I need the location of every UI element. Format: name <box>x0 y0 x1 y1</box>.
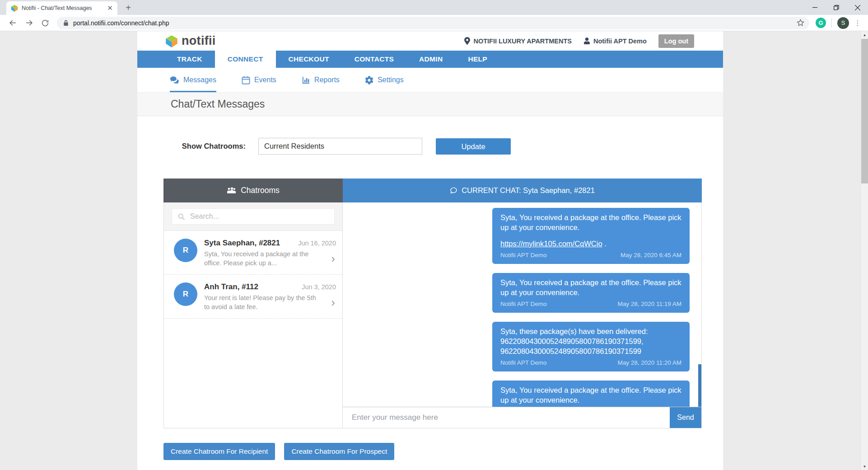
avatar-initial: R <box>183 246 188 255</box>
address-bar[interactable]: portal.notifii.com/connect/chat.php <box>57 17 809 29</box>
main-navigation: TRACK CONNECT CHECKOUT CONTACTS ADMIN HE… <box>137 51 723 68</box>
site-header: notifii NOTIFII LUXURY APARTMENTS <box>137 31 723 51</box>
chatroom-date: Jun 3, 2020 <box>302 283 336 291</box>
chatroom-date: Jun 16, 2020 <box>298 240 336 247</box>
application-window: Notifii - Chat/Text Messages ✕ + <box>0 0 868 470</box>
update-button[interactable]: Update <box>436 138 511 155</box>
tab-close-icon[interactable]: ✕ <box>106 5 114 12</box>
back-icon <box>9 19 17 27</box>
chatroom-search-box[interactable] <box>172 208 335 225</box>
calendar-icon <box>242 76 250 85</box>
create-chatroom-recipient-button[interactable]: Create Chatroom For Recipient <box>163 443 275 460</box>
avatar-initial: R <box>183 290 188 299</box>
page-title: Chat/Text Messages <box>171 98 265 110</box>
location-label: NOTIFII LUXURY APARTMENTS <box>473 38 572 45</box>
message-time: May 28, 2020 6:45 AM <box>621 250 681 260</box>
chatrooms-panel-body: R Syta Saephan, #2821 Jun 16, 2020 Syta,… <box>163 202 343 428</box>
user-menu[interactable]: Notifii APT Demo <box>583 38 647 45</box>
subnav-item-reports[interactable]: Reports <box>302 68 340 92</box>
avatar: R <box>174 239 197 262</box>
browser-tab[interactable]: Notifii - Chat/Text Messages ✕ <box>6 1 117 15</box>
chatroom-filter-row: Show Chatrooms: Update <box>137 138 723 155</box>
close-window-button[interactable] <box>847 0 868 15</box>
chevron-right-icon[interactable]: › <box>331 296 335 308</box>
nav-item-connect[interactable]: CONNECT <box>215 51 276 68</box>
current-chat-panel: CURRENT CHAT: Syta Saephan, #2821 Syta, … <box>343 179 702 428</box>
messages-icon <box>170 76 179 84</box>
toolbar-divider <box>831 19 832 28</box>
subnav-item-events[interactable]: Events <box>242 68 276 92</box>
subnav-events-label: Events <box>254 76 276 84</box>
nav-item-checkout[interactable]: CHECKOUT <box>276 51 342 68</box>
reload-button[interactable] <box>38 16 52 30</box>
new-tab-button[interactable]: + <box>122 1 135 14</box>
notifii-logo[interactable]: notifii <box>165 34 216 48</box>
subnav-reports-label: Reports <box>314 76 340 84</box>
chatroom-name: Syta Saephan, #2821 <box>204 239 280 248</box>
location-pin-icon <box>464 37 470 45</box>
message-sender: Notifii APT Demo <box>500 358 547 368</box>
user-icon <box>583 38 590 44</box>
scrollbar-up-arrow[interactable]: ▲ <box>861 31 868 38</box>
forward-button[interactable] <box>22 16 36 30</box>
message-sender: Notifii APT Demo <box>500 250 547 260</box>
chatroom-search-input[interactable] <box>190 212 329 221</box>
message-input[interactable] <box>343 407 670 428</box>
minimize-icon <box>812 5 817 10</box>
user-label: Notifii APT Demo <box>593 38 647 45</box>
create-chatroom-prospect-button[interactable]: Create Chatroom For Prospect <box>284 443 394 460</box>
browser-menu-button[interactable]: ⋮ <box>852 17 863 29</box>
current-chat-header: CURRENT CHAT: Syta Saephan, #2821 <box>343 179 702 202</box>
chat-message-bubble: Syta, You received a package at the offi… <box>492 273 690 313</box>
message-text: Syta, You received a package at the offi… <box>500 212 681 232</box>
window-controls <box>804 0 868 15</box>
nav-item-help[interactable]: HELP <box>455 51 500 68</box>
send-button[interactable]: Send <box>670 407 701 428</box>
chat-message-bubble: Syta, these package(s) have been deliver… <box>492 322 690 371</box>
tab-title: Notifii - Chat/Text Messages <box>22 5 106 11</box>
logout-button[interactable]: Log out <box>658 34 694 48</box>
minimize-button[interactable] <box>804 0 826 15</box>
subnav-messages-label: Messages <box>183 76 216 84</box>
url-text: portal.notifii.com/connect/chat.php <box>73 19 169 27</box>
location-selector[interactable]: NOTIFII LUXURY APARTMENTS <box>464 37 572 45</box>
lock-icon <box>63 19 69 26</box>
chatroom-item-main: Syta Saephan, #2821 Jun 16, 2020 Syta, Y… <box>204 239 336 268</box>
notifii-favicon-icon <box>11 5 18 12</box>
message-link-row: https://mylink105.com/CqWCio . <box>500 239 681 249</box>
close-icon <box>855 5 860 10</box>
site-content: notifii NOTIFII LUXURY APARTMENTS <box>137 31 723 470</box>
subnav-item-settings[interactable]: Settings <box>365 68 404 92</box>
header-right-group: NOTIFII LUXURY APARTMENTS Notifii APT De… <box>464 34 694 48</box>
search-icon <box>177 213 185 221</box>
message-link-suffix: . <box>604 240 607 248</box>
grammarly-extension-button[interactable]: G <box>816 18 826 28</box>
browser-profile-avatar[interactable]: S <box>837 17 849 29</box>
scrollbar-thumb[interactable] <box>861 39 868 183</box>
message-time: May 28, 2020 11:19 AM <box>617 299 681 309</box>
chatrooms-panel-header: Chatrooms <box>163 179 343 202</box>
nav-item-track[interactable]: TRACK <box>164 51 215 68</box>
create-chatroom-buttons: Create Chatroom For Recipient Create Cha… <box>163 443 394 460</box>
chatroom-list-item[interactable]: R Anh Tran, #112 Jun 3, 2020 Your rent i… <box>164 275 342 319</box>
restore-button[interactable] <box>826 0 847 15</box>
page-scrollbar[interactable]: ▲ ▼ <box>860 31 868 470</box>
message-time: May 28, 2020 11:20 AM <box>617 358 681 368</box>
scrollbar-down-arrow[interactable]: ▼ <box>861 463 868 470</box>
chevron-right-icon[interactable]: › <box>331 253 335 264</box>
nav-item-admin[interactable]: ADMIN <box>406 51 455 68</box>
nav-item-contacts[interactable]: CONTACTS <box>342 51 406 68</box>
message-link[interactable]: https://mylink105.com/CqWCio <box>500 240 602 248</box>
chat-bubble-icon <box>450 187 457 194</box>
grammarly-letter: G <box>818 19 823 26</box>
chatroom-filter-select[interactable] <box>258 138 422 155</box>
back-button[interactable] <box>6 16 19 30</box>
chatroom-name: Anh Tran, #112 <box>204 282 258 291</box>
forward-icon <box>25 19 33 27</box>
chat-scrollbar-thumb[interactable] <box>698 364 701 407</box>
subnav-item-messages[interactable]: Messages <box>170 68 216 92</box>
chat-message-bubble: Syta, You received a package at the offi… <box>492 381 690 407</box>
bookmark-star-button[interactable] <box>796 19 805 29</box>
chatroom-list-item[interactable]: R Syta Saephan, #2821 Jun 16, 2020 Syta,… <box>164 231 342 275</box>
connect-subnav: Messages Events Reports <box>137 68 723 92</box>
